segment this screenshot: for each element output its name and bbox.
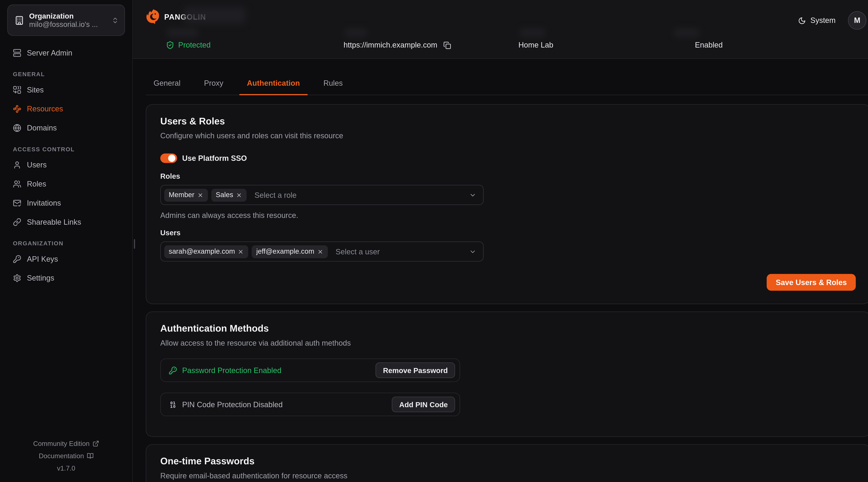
role-chip: Member xyxy=(164,188,208,201)
sidebar-item-label: Settings xyxy=(27,274,54,282)
sidebar-item-label: Users xyxy=(27,160,47,169)
add-pin-code-button[interactable]: Add PIN Code xyxy=(392,397,455,412)
role-chip-label: Sales xyxy=(216,191,233,199)
redacted-column-label xyxy=(345,29,367,37)
otp-title: One-time Passwords xyxy=(160,456,856,467)
sidebar-item-domains[interactable]: Domains xyxy=(7,120,125,135)
sidebar-item-label: Resources xyxy=(27,104,63,113)
remove-chip-icon[interactable] xyxy=(197,192,204,198)
sidebar-item-shareable-links[interactable]: Shareable Links xyxy=(7,214,125,230)
sidebar-item-label: API Keys xyxy=(27,255,58,263)
mail-check-icon xyxy=(13,198,21,207)
copy-icon[interactable] xyxy=(443,41,452,49)
pin-protection-row: PIN Code Protection Disabled Add PIN Cod… xyxy=(160,393,460,416)
user-chip: sarah@example.com xyxy=(164,245,248,258)
sidebar-item-label: Sites xyxy=(27,85,44,94)
user-chip: jeff@example.com xyxy=(252,245,328,258)
sidebar-item-label: Server Admin xyxy=(27,49,72,57)
switch-knob xyxy=(168,155,175,162)
resource-url-text: https://immich.example.com xyxy=(344,41,437,49)
users-roles-card: Users & Roles Configure which users and … xyxy=(146,104,868,304)
sidebar-item-invitations[interactable]: Invitations xyxy=(7,195,125,211)
main-content: General Proxy Authentication Rules Users… xyxy=(132,58,868,482)
pin-protection-status: PIN Code Protection Disabled xyxy=(169,400,283,409)
key-round-icon xyxy=(169,366,177,375)
role-chip: Sales xyxy=(211,188,247,201)
sidebar-nav: Server Admin GENERAL Sites Resources Dom… xyxy=(0,36,132,289)
book-open-icon xyxy=(87,452,94,459)
sidebar-resize-handle[interactable] xyxy=(134,239,135,249)
platform-sso-switch[interactable] xyxy=(160,154,177,163)
sidebar-item-users[interactable]: Users xyxy=(7,157,125,172)
protection-status: Protected xyxy=(166,41,211,49)
building-icon xyxy=(14,15,24,25)
version-text: v1.7.0 xyxy=(57,464,75,472)
sidebar-section-organization: ORGANIZATION xyxy=(13,240,125,247)
remove-chip-icon[interactable] xyxy=(238,249,244,255)
user-icon xyxy=(13,160,21,169)
resource-enabled: Enabled xyxy=(695,41,723,49)
platform-sso-toggle-row: Use Platform SSO xyxy=(160,154,856,163)
chevrons-up-down-icon xyxy=(112,17,119,24)
pin-protection-text: PIN Code Protection Disabled xyxy=(182,400,283,409)
users-field-label: Users xyxy=(160,228,856,237)
avatar[interactable]: M xyxy=(848,11,866,30)
resource-enabled-text: Enabled xyxy=(695,41,723,49)
sidebar-item-sites[interactable]: Sites xyxy=(7,82,125,97)
save-users-roles-button[interactable]: Save Users & Roles xyxy=(767,274,856,291)
organization-texts: Organization milo@fossorial.io's ... xyxy=(29,11,112,29)
tab-authentication[interactable]: Authentication xyxy=(239,72,308,95)
remove-password-button[interactable]: Remove Password xyxy=(376,362,455,378)
auth-methods-card-body: Authentication Methods Allow access to t… xyxy=(146,312,868,427)
sidebar-item-resources[interactable]: Resources xyxy=(7,101,125,117)
tab-general[interactable]: General xyxy=(146,72,188,95)
users-roles-card-body: Users & Roles Configure which users and … xyxy=(146,105,868,273)
roles-select[interactable]: Member Sales Select a role xyxy=(160,185,484,205)
otp-card-body: One-time Passwords Require email-based a… xyxy=(146,445,868,482)
user-chip-label: sarah@example.com xyxy=(169,248,235,255)
auth-methods-subtitle: Allow access to the resource via additio… xyxy=(160,339,856,347)
users-icon xyxy=(13,180,21,188)
sidebar-item-label: Domains xyxy=(27,124,57,132)
password-protection-row: Password Protection Enabled Remove Passw… xyxy=(160,358,460,382)
sidebar-item-label: Roles xyxy=(27,180,46,188)
password-protection-text: Password Protection Enabled xyxy=(182,366,281,375)
theme-selector[interactable]: System xyxy=(798,16,836,25)
tab-proxy[interactable]: Proxy xyxy=(196,72,231,95)
organization-picker[interactable]: Organization milo@fossorial.io's ... xyxy=(7,4,125,36)
users-select[interactable]: sarah@example.com jeff@example.com Selec… xyxy=(160,242,484,261)
sidebar-item-server-admin[interactable]: Server Admin xyxy=(7,45,125,60)
sidebar-item-api-keys[interactable]: API Keys xyxy=(7,251,125,266)
roles-select-placeholder: Select a role xyxy=(254,191,297,199)
chevron-down-icon xyxy=(469,191,476,198)
combine-icon xyxy=(13,85,21,94)
resource-header: PANGOLIN Protected https://immich.exampl… xyxy=(132,0,868,59)
avatar-initial: M xyxy=(854,16,860,25)
community-edition-link[interactable]: Community Edition xyxy=(0,438,132,450)
remove-chip-icon[interactable] xyxy=(317,249,323,255)
resource-site-text: Home Lab xyxy=(518,41,553,49)
role-chip-label: Member xyxy=(169,191,194,199)
remove-chip-icon[interactable] xyxy=(236,192,242,198)
version-label: v1.7.0 xyxy=(0,462,132,474)
tab-rules[interactable]: Rules xyxy=(316,72,351,95)
redacted-column-label xyxy=(167,29,198,37)
waypoints-icon xyxy=(13,104,21,113)
sidebar-spacer xyxy=(0,289,132,438)
sidebar-item-settings[interactable]: Settings xyxy=(7,270,125,286)
moon-icon xyxy=(798,17,806,24)
sidebar-item-roles[interactable]: Roles xyxy=(7,176,125,192)
gear-icon xyxy=(13,274,21,282)
server-icon xyxy=(13,49,21,57)
roles-field-label: Roles xyxy=(160,172,856,180)
chevron-down-icon xyxy=(469,248,476,255)
sidebar-item-label: Invitations xyxy=(27,198,61,207)
documentation-link[interactable]: Documentation xyxy=(0,450,132,462)
tab-label: Rules xyxy=(323,79,343,87)
theme-label: System xyxy=(810,16,836,25)
community-edition-label: Community Edition xyxy=(33,440,90,447)
admins-note: Admins can always access this resource. xyxy=(160,211,856,220)
tab-label: Authentication xyxy=(247,79,300,87)
globe-icon xyxy=(13,124,21,132)
redacted-column-label xyxy=(520,29,546,37)
